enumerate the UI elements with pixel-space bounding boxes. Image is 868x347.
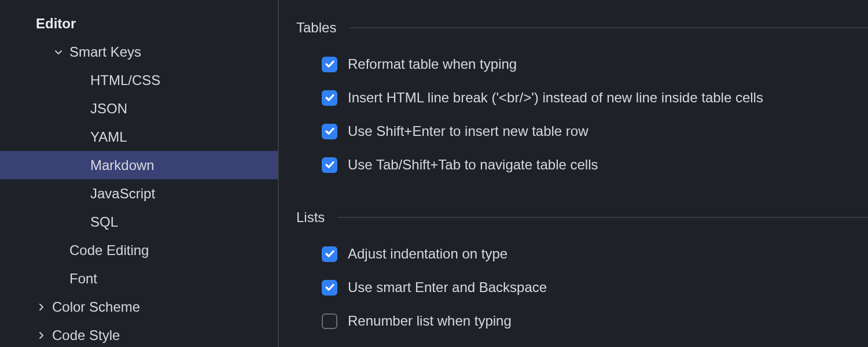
checkbox-checked-icon[interactable] [322,90,337,106]
option-label: Adjust indentation on type [348,246,507,262]
sidebar-item-label: JavaScript [90,186,155,202]
checkbox-checked-icon[interactable] [322,124,337,139]
sidebar-item-label: Smart Keys [69,44,141,60]
sidebar-item-markdown[interactable]: Markdown [0,151,278,179]
sidebar-item-color-scheme[interactable]: Color Scheme [0,293,278,321]
sidebar-item-editor[interactable]: Editor [0,9,278,38]
sidebar-item-label: Markdown [90,157,155,174]
sidebar-item-label: HTML/CSS [90,72,160,88]
sidebar-item-json[interactable]: JSON [0,94,278,123]
option-label: Use Shift+Enter to insert new table row [348,123,589,139]
sidebar-item-label: SQL [90,214,118,230]
sidebar-item-smart-keys[interactable]: Smart Keys [0,38,278,66]
chevron-down-icon [53,47,64,57]
option-adjust-indent[interactable]: Adjust indentation on type [279,237,868,271]
option-label: Insert HTML line break ('<br/>') instead… [348,90,763,106]
sidebar-item-label: Code Style [52,327,120,344]
sidebar-item-font[interactable]: Font [0,264,278,293]
option-label: Use Tab/Shift+Tab to navigate table cell… [348,157,598,173]
sidebar-item-label: Editor [36,16,76,32]
sidebar-item-code-style[interactable]: Code Style [0,321,278,347]
section-divider [349,27,868,28]
option-reformat-table[interactable]: Reformat table when typing [279,47,868,81]
section-header-tables: Tables [279,20,868,36]
checkbox-unchecked-icon[interactable] [322,313,337,329]
chevron-right-icon [36,302,46,312]
option-smart-enter-backspace[interactable]: Use smart Enter and Backspace [279,271,868,304]
option-renumber-list[interactable]: Renumber list when typing [279,304,868,338]
sidebar-item-label: Code Editing [69,242,149,259]
settings-sidebar: Editor Smart Keys HTML/CSS JSON YAML Mar… [0,0,279,347]
sidebar-item-code-editing[interactable]: Code Editing [0,236,278,264]
sidebar-item-sql[interactable]: SQL [0,208,278,236]
section-header-lists: Lists [279,209,868,226]
settings-main-panel: Tables Reformat table when typing Insert… [279,0,868,347]
sidebar-item-label: YAML [90,129,127,145]
sidebar-item-label: Color Scheme [52,299,140,315]
sidebar-item-html-css[interactable]: HTML/CSS [0,66,278,94]
section-divider [337,217,868,218]
checkbox-checked-icon[interactable] [322,246,337,262]
checkbox-checked-icon[interactable] [322,57,337,72]
chevron-right-icon [36,330,46,341]
checkbox-checked-icon[interactable] [322,280,337,296]
option-insert-br[interactable]: Insert HTML line break ('<br/>') instead… [279,81,868,115]
option-label: Renumber list when typing [348,313,512,329]
option-tab-navigate[interactable]: Use Tab/Shift+Tab to navigate table cell… [279,148,868,182]
checkbox-checked-icon[interactable] [322,157,337,173]
option-label: Use smart Enter and Backspace [348,279,547,296]
sidebar-item-javascript[interactable]: JavaScript [0,179,278,208]
section-title: Lists [296,209,325,226]
option-label: Reformat table when typing [348,56,517,72]
sidebar-item-label: Font [69,271,97,287]
option-shift-enter-row[interactable]: Use Shift+Enter to insert new table row [279,115,868,148]
sidebar-item-yaml[interactable]: YAML [0,123,278,151]
sidebar-item-label: JSON [90,101,127,117]
section-title: Tables [296,20,336,36]
